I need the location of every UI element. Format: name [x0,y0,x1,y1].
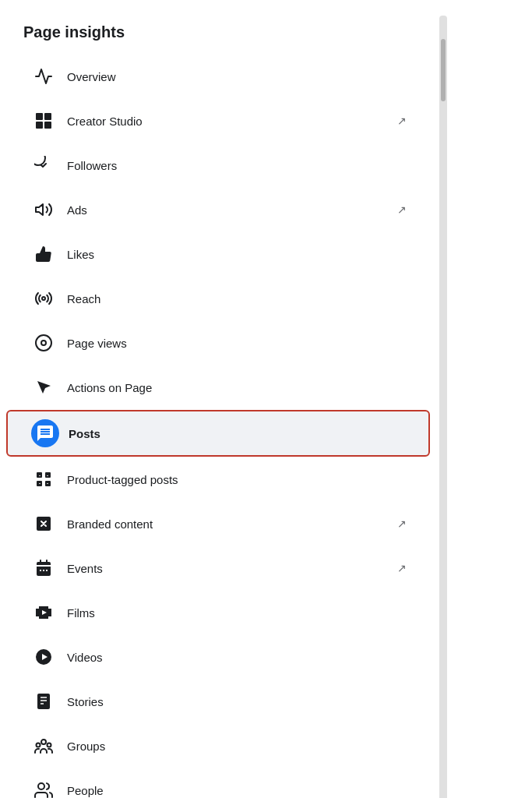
sidebar-item-events[interactable]: Events ↗ [6,546,430,590]
scrollbar[interactable] [439,16,447,798]
sidebar: Page insights Overview Creator Studio ↗ [0,0,436,798]
page-title: Page insights [0,16,436,54]
sidebar-item-posts[interactable]: Posts [6,410,430,457]
sidebar-item-label: Creator Studio [67,115,397,128]
sidebar-item-followers[interactable]: Followers [6,143,430,187]
followers-icon [30,151,58,179]
sidebar-item-videos[interactable]: Videos [6,635,430,679]
sidebar-item-stories[interactable]: Stories [6,680,430,723]
svg-point-6 [36,335,51,351]
svg-point-29 [41,740,46,744]
overview-icon [30,62,58,90]
sidebar-item-label: Videos [67,651,407,664]
page-views-icon [30,329,58,357]
sidebar-item-label: Actions on Page [67,381,407,394]
sidebar-item-label: Groups [67,740,407,753]
groups-icon [30,732,58,760]
sidebar-item-label: Reach [67,292,407,305]
creator-studio-icon [30,107,58,135]
svg-rect-1 [44,113,51,120]
likes-icon [30,240,58,268]
svg-rect-8 [37,472,42,478]
videos-icon [30,643,58,671]
sidebar-item-label: Films [67,606,407,620]
svg-rect-3 [44,122,51,129]
sidebar-item-ads[interactable]: Ads ↗ [6,188,430,231]
sidebar-item-label: Product-tagged posts [67,473,407,486]
product-tagged-icon [30,465,58,493]
sidebar-item-people[interactable]: People [6,768,430,798]
actions-icon [30,373,58,401]
sidebar-item-creator-studio[interactable]: Creator Studio ↗ [6,99,430,143]
svg-point-31 [48,743,51,747]
svg-point-32 [38,783,44,789]
svg-point-30 [37,743,41,747]
sidebar-item-label: Posts [69,427,405,440]
svg-point-5 [42,297,45,300]
svg-point-7 [41,341,46,345]
sidebar-item-product-tagged-posts[interactable]: Product-tagged posts [6,457,430,501]
external-link-icon: ↗ [397,562,407,574]
external-link-icon: ↗ [397,517,407,530]
sidebar-item-page-views[interactable]: Page views [6,321,430,365]
branded-content-icon [30,510,58,538]
svg-rect-21 [36,616,39,619]
sidebar-item-label: Stories [67,695,407,708]
scrollbar-thumb[interactable] [441,39,446,101]
posts-icon [31,419,59,447]
sidebar-item-label: Likes [67,248,407,261]
sidebar-item-reach[interactable]: Reach [6,277,430,320]
svg-rect-20 [48,606,51,609]
sidebar-item-films[interactable]: Films [6,591,430,634]
sidebar-item-overview[interactable]: Overview [6,55,430,98]
sidebar-item-likes[interactable]: Likes [6,232,430,276]
external-link-icon: ↗ [397,115,407,127]
svg-rect-2 [36,122,43,129]
sidebar-item-label: Branded content [67,517,397,531]
events-icon [30,554,58,582]
ads-icon [30,196,58,224]
svg-rect-9 [45,472,51,478]
sidebar-item-groups[interactable]: Groups [6,724,430,768]
svg-rect-13 [37,562,51,576]
svg-rect-25 [37,694,50,709]
svg-rect-0 [36,113,43,120]
sidebar-item-label: Followers [67,159,407,172]
sidebar-item-actions-on-page[interactable]: Actions on Page [6,365,430,409]
svg-marker-4 [36,204,43,215]
sidebar-item-label: People [67,784,407,797]
sidebar-item-label: Overview [67,70,407,83]
people-icon [30,776,58,798]
stories-icon [30,687,58,715]
films-icon [30,598,58,627]
external-link-icon: ↗ [397,203,407,216]
svg-rect-22 [48,616,51,619]
svg-rect-19 [36,606,39,609]
sidebar-item-label: Events [67,562,397,575]
reach-icon [30,284,58,312]
sidebar-item-branded-content[interactable]: Branded content ↗ [6,502,430,546]
sidebar-item-label: Page views [67,337,407,350]
sidebar-item-label: Ads [67,203,397,217]
